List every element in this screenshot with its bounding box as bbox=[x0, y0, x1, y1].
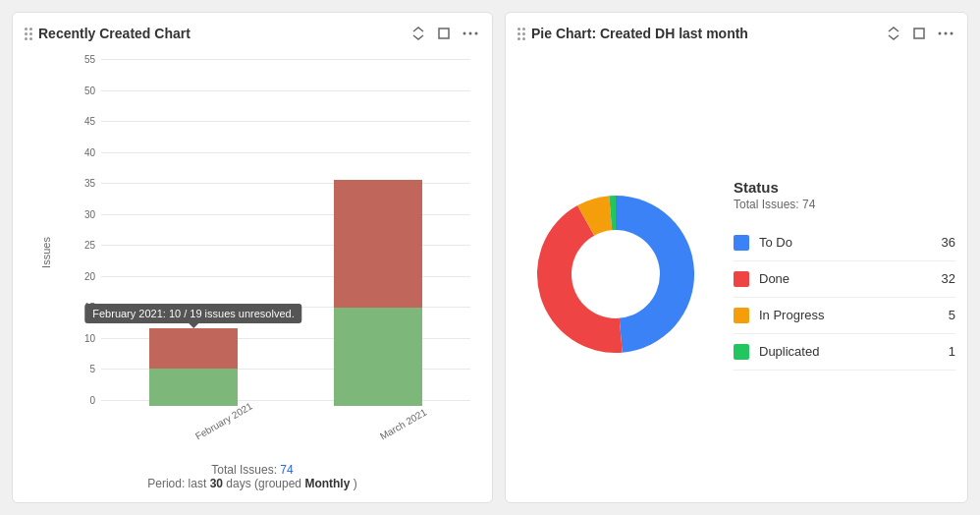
dashboard: Recently Created Chart bbox=[0, 0, 980, 515]
pie-legend: Status Total Issues: 74 To Do 36 Done 32 bbox=[734, 58, 955, 490]
bar-chart-title-area: Recently Created Chart bbox=[25, 26, 191, 41]
drag-handle-icon bbox=[25, 28, 32, 40]
svg-rect-0 bbox=[439, 29, 449, 38]
svg-point-2 bbox=[469, 32, 472, 35]
bars-area: February 2021: 10 / 19 issues unresolved… bbox=[101, 60, 470, 406]
legend-count-todo: 36 bbox=[942, 235, 955, 250]
bar-tooltip-feb: February 2021: 10 / 19 issues unresolved… bbox=[84, 304, 301, 323]
pie-section: Status Total Issues: 74 To Do 36 Done 32 bbox=[517, 50, 955, 490]
bar-segment-feb-resolved bbox=[149, 369, 238, 406]
bar-stack-mar bbox=[334, 180, 422, 406]
bar-label-feb: February 2021 bbox=[193, 400, 254, 441]
pie-visual bbox=[517, 58, 714, 490]
legend-count-done: 32 bbox=[942, 271, 955, 286]
legend-item-inprogress: In Progress 5 bbox=[734, 298, 955, 334]
pie-chart-more-button[interactable] bbox=[936, 29, 955, 37]
total-value[interactable]: 74 bbox=[280, 463, 293, 477]
expand-icon bbox=[437, 27, 451, 40]
period-end: ) bbox=[354, 477, 357, 490]
bar-chart-expand-button[interactable] bbox=[435, 25, 453, 42]
bar-chart-minimize-button[interactable] bbox=[409, 25, 427, 42]
more-icon-pie bbox=[938, 31, 953, 35]
pie-chart-expand-button[interactable] bbox=[910, 25, 928, 42]
period-bold2: Monthly bbox=[304, 477, 350, 490]
more-icon bbox=[463, 31, 478, 35]
svg-point-7 bbox=[951, 32, 953, 35]
bar-stack-feb: February 2021: 10 / 19 issues unresolved… bbox=[149, 328, 238, 406]
legend-name-todo: To Do bbox=[759, 235, 942, 250]
legend-color-inprogress bbox=[734, 308, 749, 323]
bar-group-mar: March 2021 bbox=[334, 180, 422, 406]
legend-item-done: Done 32 bbox=[734, 261, 955, 298]
legend-item-todo: To Do 36 bbox=[734, 225, 955, 261]
bar-segment-feb-unresolved bbox=[149, 328, 238, 370]
svg-rect-4 bbox=[914, 29, 924, 38]
pie-chart-card: Pie Chart: Created DH last month bbox=[505, 12, 968, 503]
pie-chart-actions bbox=[885, 25, 955, 42]
svg-point-1 bbox=[463, 32, 466, 35]
legend-name-done: Done bbox=[759, 271, 942, 286]
bar-chart-header: Recently Created Chart bbox=[25, 25, 480, 42]
expand-icon-pie bbox=[912, 27, 926, 40]
bar-label-mar: March 2021 bbox=[378, 407, 428, 442]
bar-chart-container: Issues 55 50 45 40 35 30 25 20 15 10 5 0 bbox=[25, 50, 480, 455]
bar-chart-title: Recently Created Chart bbox=[38, 26, 191, 41]
pie-chart-minimize-button[interactable] bbox=[885, 25, 902, 42]
legend-name-inprogress: In Progress bbox=[759, 308, 949, 322]
period-mid: days (grouped bbox=[226, 477, 304, 490]
y-axis-label: Issues bbox=[40, 237, 52, 268]
svg-point-3 bbox=[475, 32, 478, 35]
legend-items: To Do 36 Done 32 In Progress 5 bbox=[734, 225, 955, 371]
bar-segment-mar-resolved bbox=[334, 308, 422, 406]
minimize-icon-pie bbox=[887, 27, 900, 40]
pie-drag-handle-icon bbox=[517, 28, 525, 40]
legend-color-duplicated bbox=[734, 344, 749, 360]
chart-area: 55 50 45 40 35 30 25 20 15 10 5 0 bbox=[74, 60, 470, 406]
bar-segment-mar-unresolved bbox=[334, 180, 422, 308]
pie-chart-header: Pie Chart: Created DH last month bbox=[517, 25, 955, 42]
legend-count-duplicated: 1 bbox=[949, 344, 955, 359]
legend-color-done bbox=[734, 271, 749, 287]
legend-color-todo bbox=[734, 235, 749, 251]
legend-title: Status bbox=[734, 179, 955, 196]
minimize-icon bbox=[411, 27, 425, 40]
total-label: Total Issues: bbox=[211, 463, 277, 477]
legend-name-duplicated: Duplicated bbox=[759, 344, 949, 359]
legend-subtitle: Total Issues: 74 bbox=[734, 198, 955, 211]
period-bold: 30 bbox=[210, 477, 223, 490]
chart-footer: Total Issues: 74 Period: last 30 days (g… bbox=[25, 463, 480, 490]
pie-chart-title-area: Pie Chart: Created DH last month bbox=[517, 26, 748, 41]
bar-chart-actions bbox=[409, 25, 480, 42]
bar-group-feb: February 2021: 10 / 19 issues unresolved… bbox=[149, 328, 238, 406]
svg-point-6 bbox=[945, 32, 948, 35]
bar-chart-card: Recently Created Chart bbox=[12, 12, 493, 503]
pie-chart-title: Pie Chart: Created DH last month bbox=[531, 26, 748, 41]
svg-point-5 bbox=[939, 32, 942, 35]
legend-item-duplicated: Duplicated 1 bbox=[734, 334, 955, 371]
donut-chart bbox=[517, 176, 714, 372]
bar-chart-more-button[interactable] bbox=[461, 29, 480, 37]
legend-count-inprogress: 5 bbox=[949, 308, 955, 322]
donut-hole bbox=[572, 230, 660, 318]
period-text: Period: last bbox=[147, 477, 209, 490]
